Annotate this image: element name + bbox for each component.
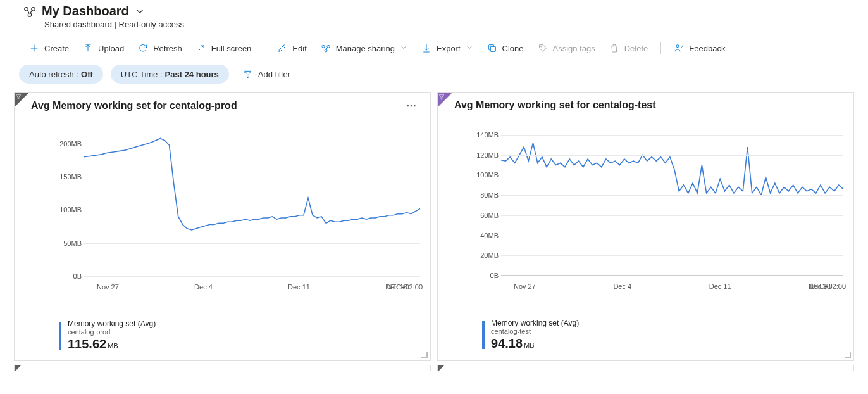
timezone-label: UTC+02:00 [810, 283, 846, 290]
chart-tile-prod[interactable]: Avg Memory working set for centalog-prod… [14, 92, 431, 361]
delete-icon [609, 43, 619, 53]
dashboard-icon [23, 4, 37, 18]
clone-button[interactable]: Clone [481, 38, 530, 58]
refresh-button[interactable]: Refresh [132, 38, 189, 58]
clone-icon [487, 43, 497, 53]
x-tick-label: Nov 27 [514, 283, 536, 290]
chevron-down-icon [466, 44, 473, 53]
svg-point-2 [28, 13, 32, 16]
delete-button: Delete [603, 38, 655, 58]
chart-area: Nov 27Dec 4Dec 11Dec 18 UTC+02:00 0B50MB… [15, 114, 430, 317]
feedback-button[interactable]: Feedback [667, 38, 731, 58]
tiles-row-partial [0, 365, 868, 371]
svg-marker-19 [439, 95, 444, 100]
y-tick-label: 50MB [49, 239, 82, 247]
legend-metric: Memory working set (Avg) [491, 319, 579, 327]
legend-color-bar [59, 322, 61, 350]
y-tick-label: 200MB [49, 140, 82, 148]
y-tick-label: 60MB [466, 212, 499, 219]
legend-value: 94.18MB [491, 336, 579, 351]
chart-tile-stub [437, 365, 854, 371]
x-tick-label: Dec 4 [613, 283, 631, 290]
add-filter-button[interactable]: Add filter [237, 65, 297, 84]
edit-button[interactable]: Edit [271, 38, 313, 58]
chart-tile-stub [14, 365, 431, 371]
svg-rect-13 [490, 46, 495, 51]
tile-title: Avg Memory working set for centalog-prod [31, 100, 237, 111]
legend-value: 115.62MB [68, 337, 156, 352]
feedback-icon [674, 43, 684, 53]
dashboard-title: My Dashboard [42, 4, 129, 18]
tag-icon [538, 43, 548, 53]
y-tick-label: 150MB [49, 173, 82, 181]
filter-corner-icon[interactable] [438, 93, 452, 107]
y-tick-label: 40MB [466, 232, 499, 239]
dashboard-subtitle: Shared dashboard | Read-only access [44, 20, 868, 29]
chart-legend: Memory working set (Avg) centalog-test 9… [438, 316, 853, 360]
assign-tags-button: Assign tags [531, 38, 602, 58]
refresh-icon [138, 43, 148, 53]
fullscreen-icon [196, 43, 206, 53]
filter-corner-icon[interactable] [15, 93, 28, 107]
y-tick-label: 100MB [49, 206, 82, 213]
separator [660, 42, 661, 54]
legend-color-bar [482, 321, 485, 349]
command-bar: Create Upload Refresh Full screen Edit M… [0, 29, 868, 65]
chart-area: Nov 27Dec 4Dec 11Dec 18 UTC+02:00 0B20MB… [438, 113, 853, 316]
share-icon [321, 43, 331, 53]
separator [264, 42, 264, 54]
tiles-container: Avg Memory working set for centalog-prod… [0, 92, 868, 365]
chart-tile-test[interactable]: Avg Memory working set for centalog-test… [437, 92, 854, 361]
y-tick-label: 20MB [466, 251, 499, 259]
chevron-down-icon [400, 44, 407, 53]
legend-metric: Memory working set (Avg) [68, 319, 156, 328]
manage-sharing-button[interactable]: Manage sharing [314, 38, 414, 58]
legend-resource: centalog-test [491, 327, 579, 335]
export-button[interactable]: Export [415, 38, 480, 58]
svg-marker-18 [16, 95, 21, 100]
svg-marker-17 [245, 71, 251, 78]
upload-icon [83, 43, 93, 53]
dashboard-dropdown-button[interactable] [134, 6, 146, 17]
svg-point-10 [325, 49, 327, 52]
edit-icon [277, 43, 287, 53]
x-tick-label: Nov 27 [97, 283, 119, 291]
dashboard-header: My Dashboard Shared dashboard | Read-onl… [0, 0, 868, 29]
time-range-pill[interactable]: UTC Time : Past 24 hours [111, 65, 229, 84]
fullscreen-button[interactable]: Full screen [190, 38, 258, 58]
filter-bar: Auto refresh : Off UTC Time : Past 24 ho… [0, 65, 868, 92]
y-tick-label: 120MB [466, 151, 499, 159]
resize-handle[interactable] [845, 352, 851, 358]
x-tick-label: Dec 11 [288, 283, 310, 291]
legend-resource: centalog-prod [68, 328, 156, 336]
auto-refresh-pill[interactable]: Auto refresh : Off [19, 65, 103, 84]
chart-legend: Memory working set (Avg) centalog-prod 1… [15, 317, 430, 360]
download-icon [421, 43, 431, 53]
x-tick-label: Dec 11 [709, 283, 731, 290]
y-tick-label: 0B [466, 272, 499, 279]
create-button[interactable]: Create [23, 38, 75, 58]
svg-point-15 [676, 45, 679, 48]
y-tick-label: 100MB [466, 171, 499, 179]
timezone-label: UTC+02:00 [387, 283, 423, 291]
tile-more-button[interactable]: ⋯ [402, 99, 421, 111]
svg-point-14 [540, 46, 541, 47]
y-tick-label: 140MB [466, 131, 499, 139]
filter-add-icon [243, 69, 253, 79]
svg-line-7 [199, 46, 204, 51]
resize-handle[interactable] [421, 352, 428, 358]
tile-title: Avg Memory working set for centalog-test [454, 99, 656, 111]
y-tick-label: 0B [49, 272, 82, 280]
plus-icon [29, 43, 39, 53]
y-tick-label: 80MB [466, 191, 499, 199]
x-tick-label: Dec 4 [194, 283, 213, 291]
upload-button[interactable]: Upload [77, 38, 130, 58]
